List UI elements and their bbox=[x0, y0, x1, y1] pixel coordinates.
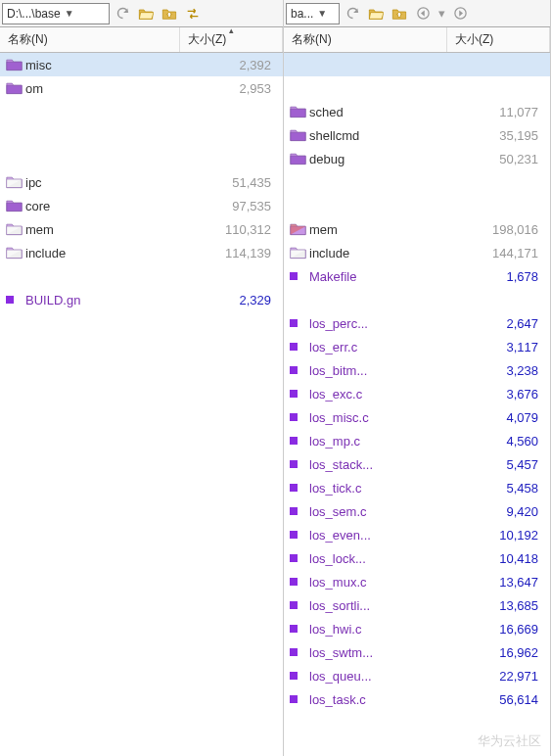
open-folder-button[interactable] bbox=[135, 3, 157, 24]
folder-icon bbox=[6, 246, 25, 260]
folder-row[interactable]: ipc51,435 bbox=[0, 170, 283, 194]
item-name: debug bbox=[309, 152, 456, 166]
folder-icon bbox=[290, 246, 309, 260]
folder-row[interactable]: om2,953 bbox=[0, 76, 283, 100]
up-folder-button[interactable] bbox=[389, 3, 410, 24]
item-size: 13,647 bbox=[456, 575, 544, 590]
folder-row[interactable]: sched11,077 bbox=[284, 100, 550, 123]
item-size: 2,329 bbox=[189, 293, 277, 307]
file-row[interactable]: los_exc.c3,676 bbox=[284, 382, 550, 405]
item-size: 13,685 bbox=[456, 598, 544, 613]
item-size: 5,457 bbox=[456, 457, 544, 472]
item-name: los_mp.c bbox=[309, 434, 456, 449]
file-bullet-icon bbox=[290, 460, 309, 468]
file-row[interactable]: los_sortli...13,685 bbox=[284, 593, 550, 617]
folder-icon bbox=[6, 81, 25, 95]
file-row[interactable]: los_even...10,192 bbox=[284, 523, 550, 546]
item-size: 35,195 bbox=[456, 128, 544, 143]
up-folder-button[interactable] bbox=[159, 3, 180, 24]
file-row[interactable]: los_bitm...3,238 bbox=[284, 358, 550, 382]
left-path-dropdown[interactable]: D:\...\base ▼ bbox=[2, 3, 110, 24]
item-size: 10,192 bbox=[456, 528, 544, 543]
left-header-name[interactable]: 名称(N) bbox=[0, 27, 180, 52]
refresh-button[interactable] bbox=[342, 3, 363, 24]
empty-row bbox=[284, 288, 550, 311]
file-row[interactable]: BUILD.gn2,329 bbox=[0, 288, 283, 311]
item-name: los_tick.c bbox=[309, 481, 456, 496]
right-file-list[interactable]: sched11,077shellcmd35,195debug50,231mem1… bbox=[284, 53, 550, 756]
right-path-text: ba... bbox=[291, 7, 313, 21]
item-size: 1,678 bbox=[456, 269, 544, 284]
file-bullet-icon bbox=[290, 484, 309, 492]
folder-row[interactable]: mem198,016 bbox=[284, 217, 550, 241]
right-path-dropdown[interactable]: ba... ▼ bbox=[286, 3, 340, 24]
file-row[interactable]: los_stack...5,457 bbox=[284, 452, 550, 476]
chevron-down-icon: ▼ bbox=[65, 8, 74, 19]
left-toolbar: D:\...\base ▼ bbox=[0, 0, 283, 27]
history-dropdown[interactable]: ▾ bbox=[436, 3, 447, 24]
right-header-size[interactable]: 大小(Z) bbox=[447, 27, 550, 52]
forward-button[interactable] bbox=[449, 3, 471, 24]
left-header-size[interactable]: ▴ 大小(Z) bbox=[180, 27, 283, 52]
file-row[interactable]: los_swtm...16,962 bbox=[284, 640, 550, 664]
item-name: los_task.c bbox=[309, 692, 456, 707]
empty-row[interactable] bbox=[284, 53, 550, 76]
item-name: mem bbox=[25, 222, 189, 237]
item-size: 16,962 bbox=[456, 645, 544, 660]
file-row[interactable]: los_task.c56,614 bbox=[284, 687, 550, 711]
file-bullet-icon bbox=[290, 319, 309, 327]
right-toolbar: ba... ▼ ▾ bbox=[284, 0, 550, 27]
item-size: 2,392 bbox=[189, 58, 277, 72]
item-name: core bbox=[25, 199, 189, 213]
folder-row[interactable]: include144,171 bbox=[284, 241, 550, 264]
back-button[interactable] bbox=[412, 3, 434, 24]
file-row[interactable]: los_mp.c4,560 bbox=[284, 429, 550, 452]
file-row[interactable]: los_mux.c13,647 bbox=[284, 570, 550, 593]
folder-row[interactable]: include114,139 bbox=[0, 241, 283, 264]
file-row[interactable]: los_tick.c5,458 bbox=[284, 476, 550, 499]
item-name: los_lock... bbox=[309, 551, 456, 566]
empty-row bbox=[284, 194, 550, 217]
folder-icon bbox=[6, 199, 25, 213]
file-bullet-icon bbox=[290, 437, 309, 445]
file-bullet-icon bbox=[290, 507, 309, 515]
item-size: 114,139 bbox=[189, 246, 277, 260]
folder-row[interactable]: misc2,392 bbox=[0, 53, 283, 76]
right-header-name[interactable]: 名称(N) bbox=[284, 27, 447, 52]
file-bullet-icon bbox=[290, 695, 309, 703]
folder-row[interactable]: core97,535 bbox=[0, 194, 283, 217]
item-size: 2,647 bbox=[456, 316, 544, 331]
file-row[interactable]: los_hwi.c16,669 bbox=[284, 617, 550, 640]
open-folder-button[interactable] bbox=[365, 3, 387, 24]
file-bullet-icon bbox=[290, 531, 309, 539]
left-pane: D:\...\base ▼ 名称(N) ▴ 大小(Z) misc2,39 bbox=[0, 0, 284, 756]
item-name: include bbox=[25, 246, 189, 260]
file-row[interactable]: los_lock...10,418 bbox=[284, 546, 550, 570]
file-row[interactable]: los_perc...2,647 bbox=[284, 311, 550, 335]
item-name: misc bbox=[25, 58, 189, 72]
item-size: 198,016 bbox=[456, 222, 544, 237]
left-file-list[interactable]: misc2,392om2,953ipc51,435core97,535mem11… bbox=[0, 53, 283, 756]
item-name: los_sem.c bbox=[309, 504, 456, 519]
file-bullet-icon bbox=[290, 578, 309, 586]
swap-panes-button[interactable] bbox=[182, 3, 204, 24]
folder-row[interactable]: shellcmd35,195 bbox=[284, 123, 550, 147]
item-size: 97,535 bbox=[189, 199, 277, 213]
item-size: 56,614 bbox=[456, 692, 544, 707]
item-name: los_swtm... bbox=[309, 645, 456, 660]
folder-icon bbox=[290, 128, 309, 142]
left-path-text: D:\...\base bbox=[7, 7, 61, 21]
left-column-header: 名称(N) ▴ 大小(Z) bbox=[0, 27, 283, 53]
file-row[interactable]: Makefile1,678 bbox=[284, 264, 550, 288]
file-row[interactable]: los_err.c3,117 bbox=[284, 335, 550, 358]
item-size: 22,971 bbox=[456, 669, 544, 684]
file-row[interactable]: los_queu...22,971 bbox=[284, 664, 550, 687]
file-bullet-icon bbox=[290, 272, 309, 280]
empty-row bbox=[0, 100, 283, 123]
folder-row[interactable]: mem110,312 bbox=[0, 217, 283, 241]
item-name: los_mux.c bbox=[309, 575, 456, 590]
refresh-button[interactable] bbox=[112, 3, 133, 24]
file-row[interactable]: los_sem.c9,420 bbox=[284, 499, 550, 523]
file-row[interactable]: los_misc.c4,079 bbox=[284, 405, 550, 429]
folder-row[interactable]: debug50,231 bbox=[284, 147, 550, 170]
